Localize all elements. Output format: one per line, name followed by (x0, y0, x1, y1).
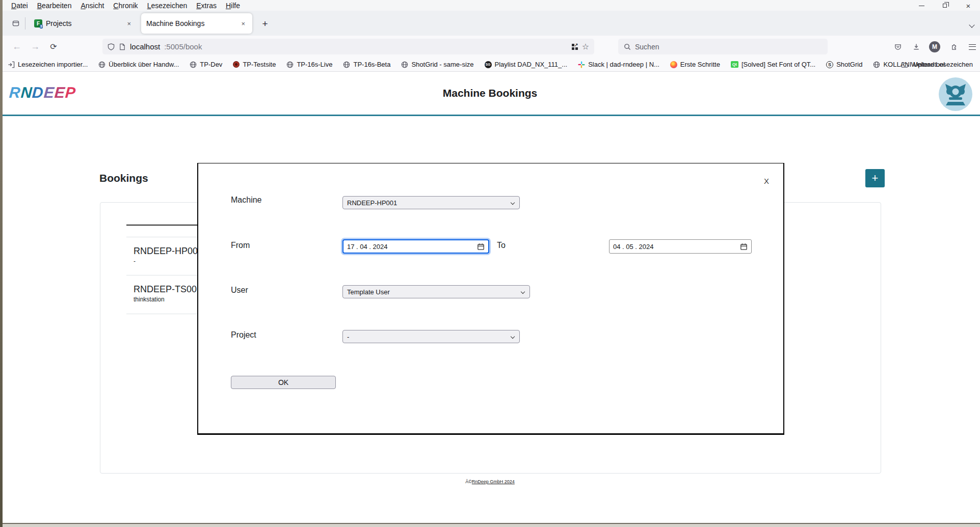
tab-close-icon[interactable]: × (239, 19, 247, 29)
tab-projects[interactable]: F3 Projects × (29, 13, 138, 34)
calendar-icon[interactable] (477, 243, 485, 251)
folder-icon (901, 61, 908, 68)
bookmark-item[interactable]: TP-16s-Live (286, 61, 332, 68)
close-button[interactable]: × (957, 0, 980, 11)
search-bar[interactable]: Suchen (618, 39, 828, 54)
s-circle-icon: S (826, 61, 833, 68)
flow-favicon: F3 (34, 19, 42, 27)
bookmark-item[interactable]: Qt[Solved] Set Font of QT... (731, 61, 815, 68)
chevron-down-icon (521, 290, 525, 294)
url-path: :5005/book (164, 42, 202, 51)
globe-icon (190, 61, 197, 68)
reload-icon[interactable]: ⟳ (45, 39, 62, 54)
page-action-grid-icon[interactable]: ↗ (572, 44, 578, 50)
url-bar[interactable]: localhost:5005/book ↗ ☆ (102, 39, 594, 54)
bookmark-item[interactable]: TP-Dev (190, 61, 222, 68)
machine-select[interactable]: RNDEEP-HP001 (342, 196, 520, 209)
restore-button[interactable] (933, 0, 957, 11)
to-date-input[interactable]: 04 . 05 . 2024 (609, 239, 752, 254)
minimize-button[interactable] (910, 0, 933, 11)
globe-icon (873, 61, 880, 68)
bookmark-item[interactable]: Erste Schritte (670, 61, 720, 68)
site-header: RNDEEP Machine Bookings (0, 72, 980, 116)
new-tab-button[interactable]: + (258, 17, 272, 31)
downloads-icon[interactable] (909, 39, 924, 54)
to-label: To (497, 241, 506, 250)
menu-datei[interactable]: Datei (7, 1, 33, 10)
shotgrid-badge-icon: SG (485, 61, 492, 68)
tab-close-icon[interactable]: × (125, 19, 133, 29)
taskbar-edge (0, 523, 980, 527)
extensions-icon[interactable] (946, 39, 962, 54)
copyright-prefix: Â© (465, 479, 472, 484)
chevron-down-icon (511, 201, 515, 205)
bookmark-item[interactable]: SShotGrid (826, 61, 862, 68)
more-bookmarks[interactable]: Weitere Lesezeichen (901, 58, 973, 71)
menu-hilfe[interactable]: Hilfe (221, 1, 245, 10)
bookmark-item[interactable]: SGPlaylist DAD_NX_111_... (485, 61, 568, 68)
ok-button[interactable]: OK (231, 376, 336, 389)
footer: Â©RnDeep GmbH 2024 (0, 479, 980, 484)
globe-icon (401, 61, 408, 68)
from-label: From (231, 241, 250, 250)
modal-close-button[interactable]: X (760, 175, 773, 187)
tab-machine-bookings-label: Machine Bookings (146, 19, 204, 27)
bookmark-item[interactable]: Überblick über Handw... (98, 61, 179, 68)
menu-hamburger-icon[interactable] (965, 39, 980, 54)
tab-bar: F3 Projects × Machine Bookings × + (3, 11, 980, 36)
tab-divider (25, 17, 25, 30)
project-label: Project (231, 330, 256, 340)
machine-label: Machine (231, 196, 261, 205)
menu-bearbeiten[interactable]: Bearbeiten (33, 1, 76, 10)
menu-bar: Datei Bearbeiten Ansicht Chronik Lesezei… (3, 0, 980, 11)
from-date-input[interactable]: 17 . 04 . 2024 (342, 239, 489, 254)
globe-icon (343, 61, 350, 68)
pocket-icon[interactable] (890, 39, 906, 54)
bookmark-item[interactable]: TP-Testsite (233, 61, 276, 68)
firefox-icon (670, 61, 677, 68)
calendar-icon[interactable] (740, 243, 748, 251)
globe-icon (98, 61, 105, 68)
account-avatar[interactable]: M (927, 39, 942, 54)
forward-icon[interactable]: → (27, 39, 43, 54)
user-select[interactable]: Template User (342, 285, 530, 298)
page-info-icon[interactable] (119, 43, 126, 50)
globe-icon (286, 61, 294, 68)
bookmark-item[interactable]: TP-16s-Beta (343, 61, 390, 68)
robot-avatar-icon (939, 77, 972, 111)
bookmark-star-icon[interactable]: ☆ (582, 42, 589, 51)
user-label: User (231, 286, 248, 295)
bookmark-item[interactable]: ShotGrid - same-size (401, 61, 473, 68)
firefox-view-icon[interactable] (10, 17, 22, 30)
back-icon[interactable]: ← (9, 39, 25, 54)
bookings-heading: Bookings (99, 172, 148, 184)
red-site-icon (233, 61, 240, 68)
booking-modal: X Machine RNDEEP-HP001 From 17 . 04 . 20… (197, 163, 784, 435)
url-host: localhost (130, 42, 160, 51)
search-placeholder: Suchen (635, 43, 659, 51)
search-icon (624, 43, 631, 50)
navigation-bar: ← → ⟳ localhost:5005/book ↗ ☆ Suchen M (3, 36, 980, 58)
tab-projects-label: Projects (46, 19, 72, 27)
menu-ansicht[interactable]: Ansicht (76, 1, 109, 10)
window-controls: × (910, 0, 980, 11)
import-icon (8, 61, 15, 68)
bookmarks-bar: Lesezeichen importier... Überblick über … (3, 58, 980, 72)
bookmark-item[interactable]: Lesezeichen importier... (8, 61, 88, 68)
menu-chronik[interactable]: Chronik (109, 1, 142, 10)
page-title: Machine Bookings (0, 87, 980, 99)
desktop-edge (0, 0, 3, 527)
tab-machine-bookings[interactable]: Machine Bookings × (141, 13, 252, 34)
slack-icon (578, 61, 585, 68)
add-booking-button[interactable]: + (865, 169, 885, 187)
list-all-tabs-icon[interactable] (970, 20, 974, 29)
qt-icon: Qt (731, 61, 738, 68)
project-select[interactable]: - (342, 330, 520, 343)
company-link[interactable]: RnDeep GmbH 2024 (472, 479, 515, 484)
menu-lesezeichen[interactable]: Lesezeichen (143, 1, 192, 10)
menu-extras[interactable]: Extras (192, 1, 221, 10)
chevron-down-icon (511, 335, 515, 339)
bookmark-item[interactable]: Slack | dad-rndeep | N... (578, 61, 659, 68)
shield-icon[interactable] (108, 43, 115, 50)
